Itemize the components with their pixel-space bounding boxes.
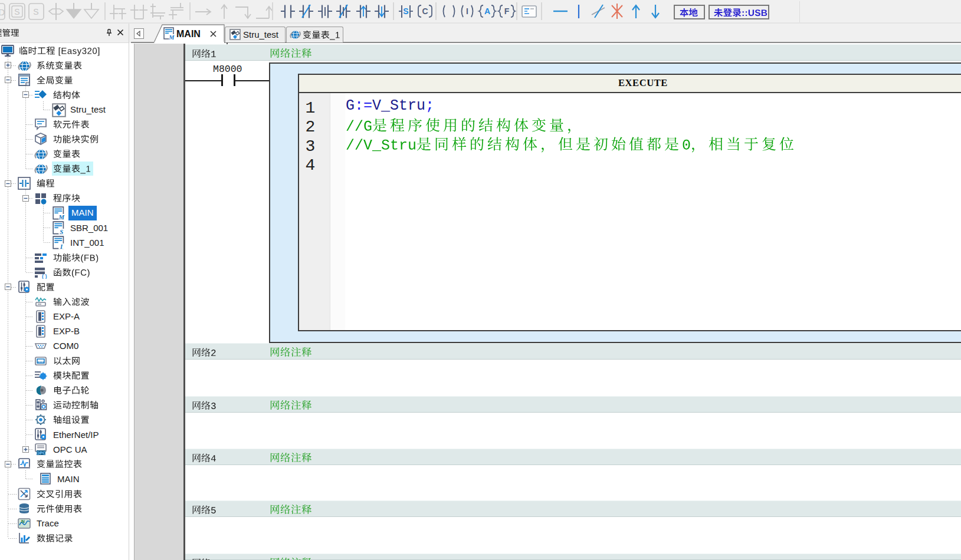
svg-text:( ): ( ) xyxy=(42,274,47,279)
svg-text:I: I xyxy=(60,243,63,250)
svg-text:S: S xyxy=(33,7,38,17)
svg-text:OPC: OPC xyxy=(36,450,46,456)
svg-text:S: S xyxy=(60,229,63,235)
svg-text:M: M xyxy=(169,34,175,40)
svg-text:F: F xyxy=(504,6,510,16)
svg-text:C: C xyxy=(422,6,428,16)
svg-text:I: I xyxy=(466,6,468,16)
svg-text:N: N xyxy=(21,519,25,524)
svg-text:S: S xyxy=(14,7,19,17)
svg-text:M: M xyxy=(58,213,64,220)
svg-text:A: A xyxy=(484,6,490,16)
svg-text:D: D xyxy=(0,7,5,17)
svg-text:S: S xyxy=(403,6,408,16)
